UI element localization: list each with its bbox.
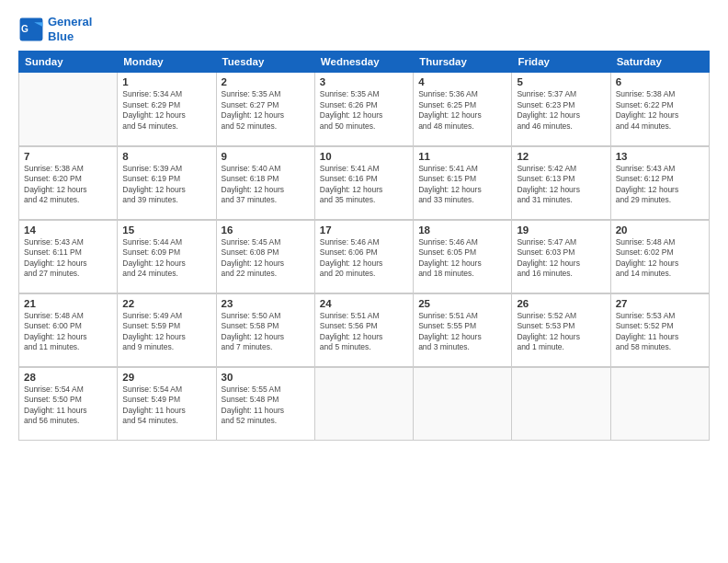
svg-text:G: G (21, 24, 28, 34)
day-number: 27 (616, 298, 704, 309)
week-row-5: 28Sunrise: 5:54 AM Sunset: 5:50 PM Dayli… (19, 367, 710, 441)
week-row-2: 7Sunrise: 5:38 AM Sunset: 6:20 PM Daylig… (19, 146, 710, 220)
day-number: 15 (122, 224, 210, 236)
calendar-cell: 21Sunrise: 5:48 AM Sunset: 6:00 PM Dayli… (19, 293, 118, 367)
day-number: 22 (122, 298, 210, 309)
day-info: Sunrise: 5:41 AM Sunset: 6:15 PM Dayligh… (418, 164, 506, 206)
day-info: Sunrise: 5:55 AM Sunset: 5:48 PM Dayligh… (222, 385, 310, 427)
day-number: 8 (122, 151, 210, 162)
day-info: Sunrise: 5:50 AM Sunset: 5:58 PM Dayligh… (222, 311, 310, 353)
calendar-cell: 29Sunrise: 5:54 AM Sunset: 5:49 PM Dayli… (118, 367, 216, 441)
calendar-cell: 25Sunrise: 5:51 AM Sunset: 5:55 PM Dayli… (414, 293, 512, 367)
calendar-cell: 17Sunrise: 5:46 AM Sunset: 6:06 PM Dayli… (314, 220, 413, 293)
day-number: 26 (517, 298, 605, 309)
day-number: 4 (418, 76, 506, 87)
day-info: Sunrise: 5:51 AM Sunset: 5:55 PM Dayligh… (418, 311, 506, 353)
calendar-cell: 18Sunrise: 5:46 AM Sunset: 6:05 PM Dayli… (414, 220, 512, 293)
week-row-1: 1Sunrise: 5:34 AM Sunset: 6:29 PM Daylig… (19, 73, 710, 146)
day-info: Sunrise: 5:51 AM Sunset: 5:56 PM Dayligh… (320, 311, 408, 353)
day-number: 29 (122, 372, 210, 383)
calendar-cell (610, 367, 709, 441)
day-info: Sunrise: 5:41 AM Sunset: 6:16 PM Dayligh… (320, 164, 408, 206)
day-number: 2 (222, 76, 310, 87)
calendar-page: G General Blue SundayMondayTuesdayWednes… (0, 0, 728, 563)
day-number: 16 (222, 224, 310, 236)
day-info: Sunrise: 5:39 AM Sunset: 6:19 PM Dayligh… (122, 164, 210, 206)
day-number: 12 (517, 151, 605, 162)
day-info: Sunrise: 5:43 AM Sunset: 6:11 PM Dayligh… (24, 237, 112, 280)
day-number: 13 (616, 151, 704, 162)
day-info: Sunrise: 5:43 AM Sunset: 6:12 PM Dayligh… (616, 164, 704, 206)
calendar-cell: 15Sunrise: 5:44 AM Sunset: 6:09 PM Dayli… (118, 220, 216, 293)
day-info: Sunrise: 5:35 AM Sunset: 6:27 PM Dayligh… (222, 89, 310, 132)
calendar-cell: 5Sunrise: 5:37 AM Sunset: 6:23 PM Daylig… (512, 73, 610, 146)
calendar-cell: 6Sunrise: 5:38 AM Sunset: 6:22 PM Daylig… (610, 73, 709, 146)
calendar-cell: 27Sunrise: 5:53 AM Sunset: 5:52 PM Dayli… (610, 293, 709, 367)
calendar-cell: 2Sunrise: 5:35 AM Sunset: 6:27 PM Daylig… (216, 73, 314, 146)
calendar-cell: 3Sunrise: 5:35 AM Sunset: 6:26 PM Daylig… (314, 73, 413, 146)
day-number: 21 (24, 298, 112, 309)
week-row-4: 21Sunrise: 5:48 AM Sunset: 6:00 PM Dayli… (19, 293, 710, 367)
calendar-cell: 12Sunrise: 5:42 AM Sunset: 6:13 PM Dayli… (512, 146, 610, 220)
calendar-cell: 7Sunrise: 5:38 AM Sunset: 6:20 PM Daylig… (19, 146, 118, 220)
calendar-cell: 4Sunrise: 5:36 AM Sunset: 6:25 PM Daylig… (414, 73, 512, 146)
day-number: 5 (517, 76, 605, 87)
day-info: Sunrise: 5:48 AM Sunset: 6:00 PM Dayligh… (24, 311, 112, 353)
day-number: 6 (616, 76, 704, 87)
weekday-header-sunday: Sunday (19, 52, 118, 73)
calendar-cell (414, 367, 512, 441)
calendar-cell: 14Sunrise: 5:43 AM Sunset: 6:11 PM Dayli… (19, 220, 118, 293)
logo-icon: G (18, 17, 44, 42)
day-info: Sunrise: 5:54 AM Sunset: 5:49 PM Dayligh… (122, 385, 210, 427)
calendar-cell: 20Sunrise: 5:48 AM Sunset: 6:02 PM Dayli… (610, 220, 709, 293)
week-row-3: 14Sunrise: 5:43 AM Sunset: 6:11 PM Dayli… (19, 220, 710, 293)
day-info: Sunrise: 5:47 AM Sunset: 6:03 PM Dayligh… (517, 237, 605, 280)
day-info: Sunrise: 5:46 AM Sunset: 6:05 PM Dayligh… (418, 237, 506, 280)
day-number: 14 (24, 224, 112, 236)
day-number: 20 (616, 224, 704, 236)
logo-text: General Blue (48, 15, 92, 43)
calendar-cell: 23Sunrise: 5:50 AM Sunset: 5:58 PM Dayli… (216, 293, 314, 367)
day-number: 9 (222, 151, 310, 162)
weekday-header-thursday: Thursday (414, 52, 512, 73)
day-info: Sunrise: 5:34 AM Sunset: 6:29 PM Dayligh… (122, 89, 210, 132)
day-info: Sunrise: 5:44 AM Sunset: 6:09 PM Dayligh… (122, 237, 210, 280)
day-info: Sunrise: 5:45 AM Sunset: 6:08 PM Dayligh… (222, 237, 310, 280)
calendar-table: SundayMondayTuesdayWednesdayThursdayFrid… (18, 51, 710, 441)
day-info: Sunrise: 5:48 AM Sunset: 6:02 PM Dayligh… (616, 237, 704, 280)
day-info: Sunrise: 5:49 AM Sunset: 5:59 PM Dayligh… (122, 311, 210, 353)
day-number: 25 (418, 298, 506, 309)
weekday-header-row: SundayMondayTuesdayWednesdayThursdayFrid… (19, 52, 710, 73)
calendar-cell: 8Sunrise: 5:39 AM Sunset: 6:19 PM Daylig… (118, 146, 216, 220)
calendar-cell: 9Sunrise: 5:40 AM Sunset: 6:18 PM Daylig… (216, 146, 314, 220)
calendar-cell: 10Sunrise: 5:41 AM Sunset: 6:16 PM Dayli… (314, 146, 413, 220)
calendar-cell: 28Sunrise: 5:54 AM Sunset: 5:50 PM Dayli… (19, 367, 118, 441)
day-info: Sunrise: 5:52 AM Sunset: 5:53 PM Dayligh… (517, 311, 605, 353)
day-info: Sunrise: 5:40 AM Sunset: 6:18 PM Dayligh… (222, 164, 310, 206)
day-info: Sunrise: 5:35 AM Sunset: 6:26 PM Dayligh… (320, 89, 408, 132)
weekday-header-friday: Friday (512, 52, 610, 73)
calendar-cell (512, 367, 610, 441)
calendar-cell: 30Sunrise: 5:55 AM Sunset: 5:48 PM Dayli… (216, 367, 314, 441)
calendar-cell: 13Sunrise: 5:43 AM Sunset: 6:12 PM Dayli… (610, 146, 709, 220)
weekday-header-wednesday: Wednesday (314, 52, 413, 73)
day-number: 17 (320, 224, 408, 236)
calendar-cell: 1Sunrise: 5:34 AM Sunset: 6:29 PM Daylig… (118, 73, 216, 146)
day-info: Sunrise: 5:38 AM Sunset: 6:20 PM Dayligh… (24, 164, 112, 206)
logo: G General Blue (18, 15, 92, 43)
calendar-cell: 16Sunrise: 5:45 AM Sunset: 6:08 PM Dayli… (216, 220, 314, 293)
calendar-cell: 24Sunrise: 5:51 AM Sunset: 5:56 PM Dayli… (314, 293, 413, 367)
weekday-header-saturday: Saturday (610, 52, 709, 73)
day-number: 11 (418, 151, 506, 162)
day-number: 1 (122, 76, 210, 87)
day-info: Sunrise: 5:54 AM Sunset: 5:50 PM Dayligh… (24, 385, 112, 427)
day-number: 7 (24, 151, 112, 162)
day-number: 3 (320, 76, 408, 87)
day-number: 28 (24, 372, 112, 383)
day-info: Sunrise: 5:38 AM Sunset: 6:22 PM Dayligh… (616, 89, 704, 132)
day-number: 30 (222, 372, 310, 383)
calendar-cell: 11Sunrise: 5:41 AM Sunset: 6:15 PM Dayli… (414, 146, 512, 220)
calendar-cell (314, 367, 413, 441)
calendar-cell (19, 73, 118, 146)
day-info: Sunrise: 5:46 AM Sunset: 6:06 PM Dayligh… (320, 237, 408, 280)
